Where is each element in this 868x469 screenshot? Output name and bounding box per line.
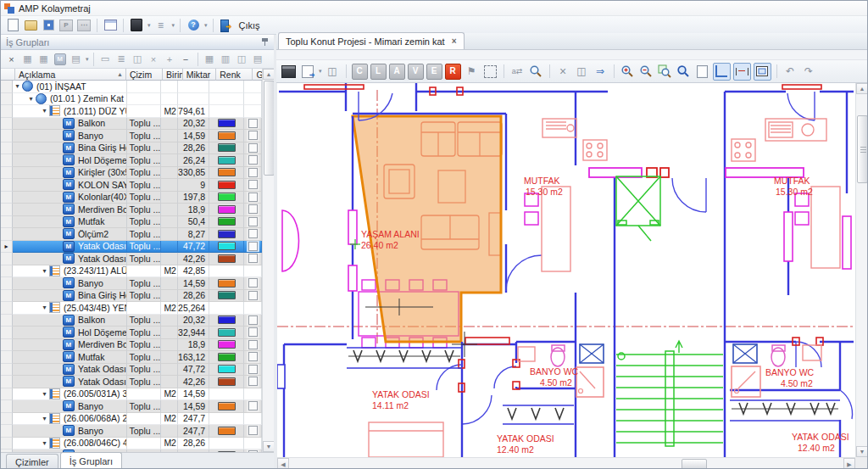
expander-icon[interactable]: ▾ — [13, 82, 22, 90]
drawing-tab[interactable]: Toplu Konut Projesi - Mimari zemin kat × — [278, 32, 465, 49]
expander-icon[interactable]: ▾ — [40, 107, 49, 114]
scroll-up-icon[interactable]: ▲ — [263, 69, 275, 80]
show-checkbox[interactable] — [248, 327, 258, 337]
table-row[interactable]: ▸MYatak OdasıToplu ...47,72 — [1, 241, 262, 254]
color-chip[interactable] — [218, 365, 236, 373]
color-chip[interactable] — [218, 279, 236, 288]
help-icon[interactable]: ? — [186, 18, 201, 33]
color-chip[interactable] — [218, 217, 236, 226]
work-groups-icon[interactable] — [41, 18, 56, 33]
measure-icon[interactable]: M — [53, 52, 67, 66]
report-icon[interactable]: ▤ — [69, 52, 83, 66]
find-replace-icon[interactable]: a⇄ — [509, 64, 526, 80]
show-checkbox[interactable] — [248, 155, 258, 165]
rename-icon[interactable]: ▭ — [98, 52, 113, 66]
color-chip[interactable] — [218, 402, 236, 410]
theme-icon[interactable] — [129, 18, 144, 33]
table-row[interactable]: MBalkonToplu ...20,32 — [1, 315, 262, 327]
drawing-scroll-left-icon[interactable]: ◀ — [277, 458, 289, 469]
table-row[interactable]: MBanyoToplu ...14,59 — [1, 130, 262, 142]
zoom-window-icon[interactable] — [676, 64, 692, 80]
table-row[interactable]: MHol DöşemeToplu ...132,944 — [1, 327, 262, 339]
layer-l-button[interactable]: L — [370, 64, 387, 80]
help-dropdown-icon[interactable]: ▾ — [204, 22, 208, 29]
expander-icon[interactable]: ▾ — [40, 415, 49, 422]
table-row[interactable]: MBina Giriş HolüToplu ...28,26 — [1, 290, 262, 303]
collapse-tree-icon[interactable]: ▦ — [36, 52, 51, 66]
color-chip[interactable] — [218, 156, 236, 165]
show-checkbox[interactable] — [248, 254, 258, 263]
show-checkbox[interactable] — [248, 242, 258, 251]
drawing-hscrollbar-thumb[interactable] — [682, 459, 707, 469]
exit-icon[interactable]: ➜ — [219, 18, 234, 33]
list-style-icon[interactable]: ≡ — [153, 18, 169, 33]
plot-icon[interactable] — [281, 64, 297, 80]
show-checkbox[interactable] — [248, 168, 258, 177]
column-miktar[interactable]: Miktar — [183, 69, 216, 81]
layer-c-button[interactable]: C — [352, 64, 368, 80]
table-row[interactable]: MMerdiven BoşluğuToplu ...18,9 — [1, 339, 262, 352]
table-row[interactable]: MBanyoToplu ...14,59 — [1, 277, 262, 290]
color-chip[interactable] — [218, 119, 236, 127]
color-chip[interactable] — [218, 254, 236, 263]
print-icon[interactable]: ▦ — [203, 52, 217, 66]
window-layout-icon[interactable] — [103, 18, 118, 33]
color-chip[interactable] — [218, 242, 236, 250]
show-checkbox[interactable] — [248, 193, 258, 202]
layer-r-button[interactable]: R — [445, 64, 461, 80]
dimension-mode-icon[interactable] — [733, 63, 751, 81]
exit-button[interactable]: Çıkış — [239, 20, 260, 31]
zoom-out-icon[interactable] — [638, 64, 654, 80]
table-row[interactable]: MBina Giriş HolüToplu ...28,26 — [1, 142, 262, 155]
copy-drawing-icon[interactable]: ◫ — [325, 64, 341, 80]
export-icon[interactable]: ➜ — [299, 64, 315, 80]
show-checkbox[interactable] — [248, 119, 258, 128]
zoom-tool-icon[interactable] — [528, 64, 544, 80]
show-checkbox[interactable] — [248, 377, 258, 386]
color-chip[interactable] — [218, 181, 236, 189]
layer-v-button[interactable]: V — [408, 64, 424, 80]
layer-a-button[interactable]: A — [389, 64, 405, 80]
regen-icon[interactable] — [694, 64, 710, 80]
show-checkbox[interactable] — [248, 291, 258, 300]
color-chip[interactable] — [218, 205, 236, 214]
color-chip[interactable] — [218, 131, 236, 140]
table-row[interactable]: MKirişler (30x50)Toplu ...330,85 — [1, 167, 262, 180]
color-chip[interactable] — [218, 168, 236, 176]
tab-cizimler[interactable]: Çizimler — [6, 454, 58, 469]
poz-icon[interactable]: P — [58, 18, 74, 33]
tab-is-gruplari[interactable]: İş Grupları — [60, 452, 122, 469]
tree-scrollbar[interactable]: ▲ ▼ — [262, 69, 274, 452]
list-dropdown-icon[interactable]: ▾ — [172, 22, 175, 29]
table-row[interactable]: MMerdiven BoşluğuToplu ...18,9 — [1, 204, 262, 216]
drawing-vscrollbar-thumb[interactable] — [857, 115, 868, 183]
table-row[interactable]: MHol DöşemeToplu ...26,24 — [1, 154, 262, 167]
subtract-row-icon[interactable]: − — [179, 52, 193, 66]
copy-icon[interactable]: ◫ — [235, 52, 249, 66]
table-row[interactable]: ▾(23.243/11) ALÜM...M242,85 — [1, 265, 262, 278]
send-icon[interactable]: ⇒ — [593, 64, 609, 80]
duplicate-icon[interactable]: ◫ — [131, 52, 145, 66]
redo-icon[interactable]: ↷ — [801, 64, 817, 80]
viewport-mode-icon[interactable] — [754, 63, 771, 81]
layer-e-button[interactable]: E — [426, 64, 442, 80]
column-cizim[interactable]: Çizim — [126, 69, 163, 81]
show-checkbox[interactable] — [248, 401, 258, 410]
table-row[interactable]: MYatak Odası 2Toplu ...42,26 — [1, 376, 262, 388]
drawing-vscrollbar[interactable]: ▲ ▼ — [855, 83, 867, 457]
table-row[interactable]: MKOLON SAYILARIToplu ...9 — [1, 179, 262, 192]
scroll-down-icon[interactable]: ▼ — [263, 441, 275, 452]
color-chip[interactable] — [218, 143, 236, 152]
theme-dropdown-icon[interactable]: ▾ — [147, 22, 151, 29]
table-row[interactable]: ▾(01) İNŞAAT — [1, 81, 262, 93]
flag-icon[interactable]: ⚑ — [464, 64, 480, 80]
table-row[interactable]: MBalkonToplu ...20,32 — [1, 118, 262, 131]
table-row[interactable]: MMutfakToplu ...50,4 — [1, 216, 262, 229]
show-checkbox[interactable] — [248, 315, 258, 325]
table-row[interactable]: ▾(25.043/4B) YENİ ...M2425,264 — [1, 302, 262, 315]
drawing-hscrollbar[interactable]: ◀ ▶ — [277, 457, 855, 469]
add-row-icon[interactable]: + — [163, 52, 177, 66]
drawing-scroll-down-icon[interactable]: ▼ — [856, 446, 868, 457]
expander-icon[interactable]: ▾ — [26, 95, 36, 103]
undo-icon[interactable]: ↶ — [782, 64, 798, 80]
